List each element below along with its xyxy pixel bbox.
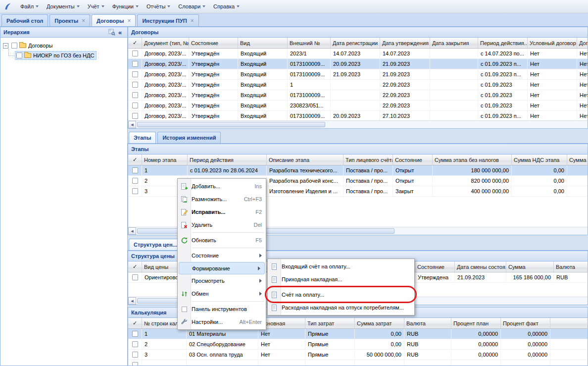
menu-item-toolbar-toggle[interactable]: Панель инструментов — [178, 303, 266, 315]
tab-projects[interactable]: Проекты× — [49, 14, 90, 26]
menu-item-add[interactable]: Добавить...Ins — [178, 180, 266, 193]
menu-item-generate[interactable]: Формирование — [179, 262, 265, 274]
column-header[interactable]: Процент факт — [501, 318, 550, 328]
column-header[interactable]: Дата регистрации — [331, 38, 380, 48]
menu-item-refresh[interactable]: ОбновитьF5 — [178, 234, 266, 247]
tree-expander-icon[interactable]: − — [3, 43, 8, 49]
menubar-item-file[interactable]: Файл — [16, 1, 43, 11]
scroll-left-icon[interactable]: ◀ — [128, 227, 136, 235]
column-header[interactable]: Дата смены состоя... — [455, 261, 506, 272]
tab-stages[interactable]: Этапы — [129, 132, 156, 143]
column-header[interactable]: Сумма НДС этапа — [512, 155, 567, 165]
column-header[interactable]: Номер этапа — [142, 155, 188, 165]
contracts-hscrollbar[interactable]: ◀ — [128, 120, 588, 128]
table-row[interactable]: Договор, 2023/...УтверждёнВходящий2023/1… — [128, 49, 588, 59]
row-checkbox[interactable] — [132, 362, 138, 366]
table-row[interactable]: Договор, 2023/...УтверждёнВходящий122.09… — [128, 80, 588, 90]
table-row[interactable]: 303 Осн. оплата трудаНетПрямые50 000 000… — [128, 350, 588, 360]
column-header[interactable]: Сумма эт... — [567, 155, 588, 165]
scroll-left-icon[interactable]: ◀ — [128, 297, 136, 305]
column-header[interactable]: Валюта — [404, 318, 451, 328]
table-row[interactable]: 202 СпецоборудованиеНетПрямые0,00RUB0,00… — [128, 339, 588, 350]
tab-desktop[interactable]: Рабочий стол — [1, 14, 48, 26]
tree-node-contracts[interactable]: − Договоры — [2, 41, 126, 51]
tab-price-structure[interactable]: Структура цен... — [129, 239, 182, 250]
menu-item-state[interactable]: Состояние — [178, 249, 266, 262]
menubar-item-functions[interactable]: Функции — [108, 1, 143, 11]
table-row[interactable]: Договор, 2023/...УтверждёнВходящий017310… — [128, 111, 588, 121]
row-checkbox[interactable] — [132, 167, 138, 173]
table-row[interactable] — [128, 360, 588, 366]
select-all-header[interactable]: ✓ — [128, 318, 142, 328]
collapse-panel-icon[interactable]: « — [116, 28, 124, 36]
row-checkbox[interactable] — [132, 178, 138, 184]
column-header[interactable]: Тип лицевого счёта — [343, 155, 393, 165]
column-header[interactable]: Сумма затрат — [355, 318, 404, 328]
close-icon[interactable]: × — [127, 18, 131, 23]
menu-item-incoming-waybill[interactable]: Приходная накладная... — [268, 273, 414, 286]
column-header[interactable]: Процент план — [451, 318, 501, 328]
tree-checkbox[interactable] — [16, 52, 22, 58]
column-header[interactable]: Документ (тип, №... — [142, 38, 189, 48]
column-header[interactable]: Период действия... — [478, 38, 528, 48]
menu-item-payment-invoice[interactable]: Счёт на оплату... — [268, 288, 414, 301]
menu-item-duplicate[interactable]: Размножить...Ctrl+F3 — [178, 193, 266, 206]
column-header[interactable]: Внешний № — [288, 38, 331, 48]
table-row[interactable]: 1с 01.09.2023 по 28.06.2024Разработка те… — [128, 165, 588, 176]
menubar-item-documents[interactable]: Документы — [43, 1, 84, 11]
tree-node-niokr[interactable]: НИОКР по ГОЗ без НДС — [2, 51, 126, 60]
menubar-item-help[interactable]: Справка — [209, 1, 244, 11]
select-all-header[interactable]: ✓ — [128, 155, 142, 165]
column-header[interactable]: Сумма этапа без налогов — [433, 155, 512, 165]
table-row[interactable]: Договор, 2023/...УтверждёнВходящий017310… — [128, 69, 588, 80]
table-row[interactable]: Договор, 2023/...УтверждёнВходящий230823… — [128, 101, 588, 111]
tree-checkbox[interactable] — [11, 43, 17, 49]
row-checkbox[interactable] — [132, 103, 138, 108]
menubar-item-reports[interactable]: Отчёты — [143, 1, 174, 11]
table-row[interactable]: Договор, 2023/...УтверждёнВходящий017310… — [128, 90, 588, 101]
column-header[interactable]: Валюта — [554, 261, 588, 272]
row-checkbox[interactable] — [132, 352, 138, 358]
close-icon[interactable]: × — [191, 18, 194, 23]
search-icon[interactable] — [107, 28, 116, 36]
tab-pup-instructions[interactable]: Инструкции ПУП× — [137, 14, 198, 26]
menu-item-incoming-payment-invoice[interactable]: Входящий счёт на оплату... — [268, 260, 414, 273]
scroll-left-icon[interactable]: ◀ — [128, 121, 136, 128]
menu-item-outgoing-waybill[interactable]: Расходная накладная на отпуск потребител… — [268, 301, 414, 314]
row-checkbox[interactable] — [132, 113, 138, 119]
menu-item-exchange[interactable]: Обмен — [178, 287, 266, 300]
menubar-item-accounting[interactable]: Учёт — [84, 1, 108, 11]
column-header[interactable]: Описание этапа — [267, 155, 343, 165]
column-header[interactable]: Вид — [238, 38, 288, 48]
menu-item-delete[interactable]: УдалитьDel — [178, 218, 266, 231]
scroll-thumb[interactable] — [137, 122, 325, 127]
column-header[interactable]: Период действия — [188, 155, 267, 165]
column-header[interactable]: Дата закрытия — [430, 38, 478, 48]
column-header[interactable]: Условный договор — [528, 38, 577, 48]
menubar-item-dictionaries[interactable]: Словари — [174, 1, 209, 11]
row-checkbox[interactable] — [132, 274, 138, 280]
row-checkbox[interactable] — [132, 331, 138, 337]
tab-contracts[interactable]: Договоры× — [92, 14, 136, 26]
column-header[interactable]: Состояние — [189, 38, 238, 48]
table-row[interactable]: Договор, 2023/...УтверждёнВходящий017310… — [128, 59, 588, 69]
row-checkbox[interactable] — [132, 71, 138, 77]
row-checkbox[interactable] — [132, 188, 138, 194]
select-all-header[interactable]: ✓ — [128, 261, 142, 272]
column-header[interactable] — [550, 318, 588, 328]
column-header[interactable]: Состояние — [415, 261, 455, 272]
menu-item-settings[interactable]: Настройки...Alt+Enter — [178, 315, 266, 328]
column-header[interactable]: Тип затрат — [305, 318, 355, 328]
row-checkbox[interactable] — [132, 82, 138, 88]
menu-item-view[interactable]: Просмотреть — [178, 274, 266, 287]
close-icon[interactable]: × — [82, 18, 85, 23]
row-checkbox[interactable] — [132, 92, 138, 98]
column-header[interactable]: Дата утверждения — [380, 38, 430, 48]
tab-history[interactable]: История изменений — [157, 132, 221, 143]
column-header[interactable]: Сумма — [506, 261, 554, 272]
row-checkbox[interactable] — [132, 341, 138, 347]
select-all-header[interactable]: ✓ — [128, 38, 142, 48]
column-header[interactable]: Состояние — [393, 155, 433, 165]
menu-item-edit[interactable]: Исправить...F2 — [178, 206, 266, 218]
row-checkbox[interactable] — [132, 51, 138, 56]
